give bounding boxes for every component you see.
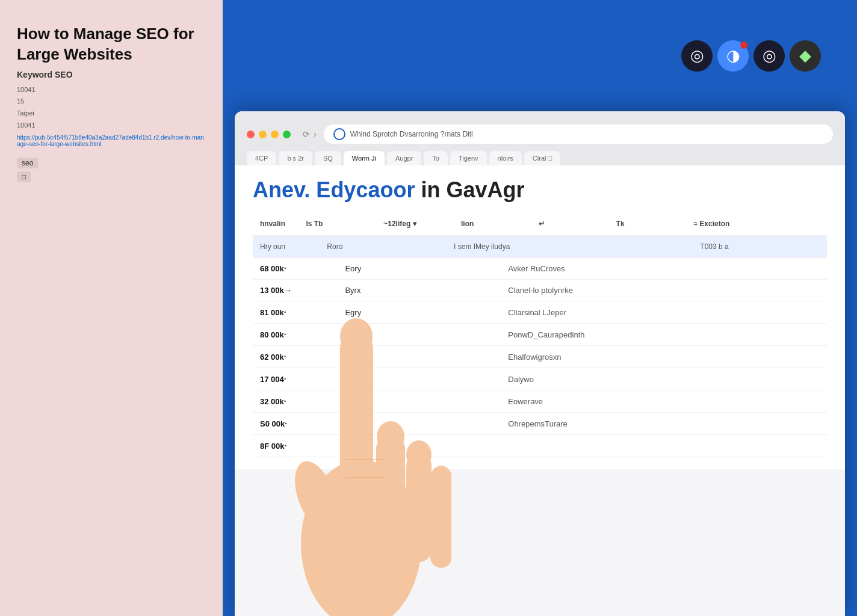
row1-col2: Eory (345, 264, 501, 273)
icon-circle-4[interactable]: ◆ (790, 40, 821, 72)
table-row: 62 00k· Bury Ehalfowigrosxn (253, 346, 827, 368)
row7-col2: Bory (345, 397, 501, 406)
th-6: Tk (609, 217, 687, 230)
subh-1: Hry oun (260, 242, 320, 251)
traffic-lights (247, 131, 291, 138)
row3-col3: Cllarsinal LJeper (508, 308, 820, 317)
th-7: ≈ Excieton (686, 217, 827, 230)
meta-city: Taipei (17, 109, 34, 117)
address-text: Whind Sprotch Dvsarroning ?rnats Ditl (350, 130, 473, 138)
sidebar-title: How to Manage SEO for Large Websites (17, 24, 206, 65)
sidebar-url[interactable]: https://pub-5c454f571b8e40a3a2aad27ade84… (17, 134, 206, 147)
table-header: hnvalin ls Tb ~12lifeg ▾ lion ↵ Tk ≈ Exc… (253, 212, 827, 236)
row8-col2: Nillv (345, 419, 501, 428)
subh-4: T003 b a (700, 242, 820, 251)
table-row: 68 00k· Eory Avker RuCroves (253, 257, 827, 280)
row5-col3: Ehalfowigrosxn (508, 353, 820, 362)
row3-col1: 81 00k· (260, 307, 338, 317)
minimize-button[interactable] (259, 131, 267, 138)
row7-col3: Eowerave (508, 397, 820, 406)
browser-window: ⟳ › Whind Sprotch Dvsarroning ?rnats Dit… (235, 111, 845, 616)
tab-worm[interactable]: Worm Ji (344, 151, 385, 165)
tab-clral[interactable]: Clral □ (524, 151, 560, 165)
table-row: 32 00k· Bory Eowerave (253, 390, 827, 413)
row4-col3: PonwD_Caurapedinth (508, 330, 820, 339)
top-bar: ◎ ◑ ◎ ◆ (223, 0, 857, 111)
notification-dot (740, 42, 747, 49)
back-icon[interactable]: ⟳ (303, 129, 310, 139)
row5-col1: 62 00k· (260, 352, 338, 362)
th-4: lion (454, 217, 531, 230)
meta-zip: 10041 (17, 122, 36, 129)
table-row: 17 004· Rylg Dalywo (253, 368, 827, 390)
sidebar-tag2: □ (17, 171, 31, 182)
sidebar: How to Manage SEO for Large Websites Key… (0, 0, 223, 616)
th-3: ~12lifeg ▾ (376, 217, 454, 230)
meta-id: 10041 (17, 86, 36, 93)
row4-col1: 80 00k· (260, 330, 338, 339)
fullscreen-button-g[interactable] (283, 131, 291, 138)
tab-bar: 4CP b s 2r SQ Worm Ji Augpr To Tigenv nl… (235, 147, 845, 165)
tab-te[interactable]: To (424, 151, 448, 165)
content-area: Anev. Edycaoor in GavAgr hnvalin ls Tb ~… (235, 165, 845, 469)
table-row: 80 00k· Bylg PonwD_Caurapedinth (253, 324, 827, 346)
row6-col2: Rylg (345, 375, 501, 384)
title-highlight: Anev. Edycaoor (253, 177, 415, 202)
row7-col1: 32 00k· (260, 396, 338, 406)
icon-circle-1[interactable]: ◎ (681, 40, 713, 72)
security-icon (333, 128, 345, 140)
table-row: 81 00k· Egry Cllarsinal LJeper (253, 301, 827, 324)
main-area: ◎ ◑ ◎ ◆ (223, 0, 857, 616)
row6-col3: Dalywo (508, 375, 820, 384)
row5-col2: Bury (345, 353, 501, 362)
row1-col1: 68 00k· (260, 263, 338, 273)
title-in: in (421, 177, 446, 202)
sidebar-meta: 10041 15 Taipei 10041 (17, 84, 206, 132)
forward-icon[interactable]: › (314, 129, 317, 139)
th-1: hnvalin (253, 217, 299, 230)
sidebar-subtitle: Keyword SEO (17, 70, 206, 79)
table-row: S0 00k· Nillv OhrepemsTurare (253, 413, 827, 435)
icon-wrap-2: ◑ (717, 40, 749, 72)
row8-col1: S0 00k· (260, 419, 338, 428)
tab-nloirs[interactable]: nloirs (489, 151, 522, 165)
row9-col1: 8F 00k· (260, 441, 338, 451)
row3-col2: Egry (345, 308, 501, 317)
browser-chrome: ⟳ › Whind Sprotch Dvsarroning ?rnats Dit… (235, 111, 845, 147)
th-2: ls Tb (299, 217, 376, 230)
address-bar[interactable]: Whind Sprotch Dvsarroning ?rnats Ditl (324, 125, 833, 144)
tab-icon[interactable]: 4CP (247, 151, 276, 165)
meta-num: 15 (17, 97, 24, 105)
tab-sq[interactable]: SQ (315, 151, 341, 165)
row6-col1: 17 004· (260, 374, 338, 384)
row2-col3: Clanel-lo ptolynrke (508, 286, 820, 295)
table-row: 8F 00k· (253, 435, 827, 457)
row8-col3: OhrepemsTurare (508, 419, 820, 428)
row2-col2: Byrx (345, 286, 501, 295)
subh-3: I sem IMey iludya (454, 242, 693, 251)
content-title: Anev. Edycaoor in GavAgr (253, 177, 827, 203)
close-button[interactable] (247, 131, 255, 138)
fullscreen-button-y[interactable] (271, 131, 279, 138)
browser-nav: ⟳ › (303, 129, 317, 139)
sidebar-tag: seo (17, 158, 38, 168)
table-row: 13 00k→ Byrx Clanel-lo ptolynrke (253, 280, 827, 301)
title-suffix: GavAgr (446, 177, 524, 202)
row1-col3: Avker RuCroves (508, 264, 820, 273)
th-5: ↵ (531, 217, 609, 230)
top-bar-icons: ◎ ◑ ◎ ◆ (681, 40, 821, 72)
row2-col1: 13 00k→ (260, 286, 338, 295)
icon-circle-3[interactable]: ◎ (753, 40, 785, 72)
row4-col2: Bylg (345, 330, 501, 339)
tab-b[interactable]: b s 2r (279, 151, 312, 165)
tab-augpr[interactable]: Augpr (387, 151, 421, 165)
tab-tigenv[interactable]: Tigenv (450, 151, 487, 165)
data-table: hnvalin ls Tb ~12lifeg ▾ lion ↵ Tk ≈ Exc… (253, 212, 827, 457)
subh-2: Roro (327, 242, 447, 251)
table-sub-header: Hry oun Roro I sem IMey iludya T003 b a (253, 236, 827, 257)
